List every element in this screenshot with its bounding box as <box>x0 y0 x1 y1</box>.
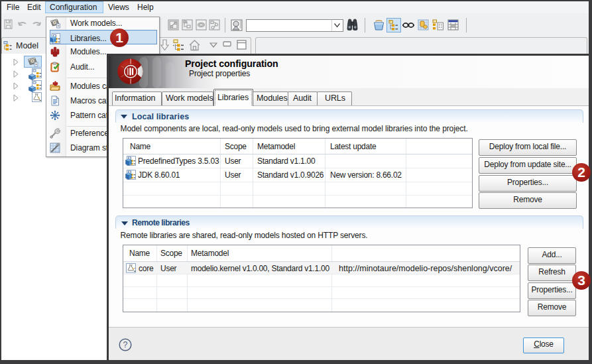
svg-text:?: ? <box>123 340 128 349</box>
